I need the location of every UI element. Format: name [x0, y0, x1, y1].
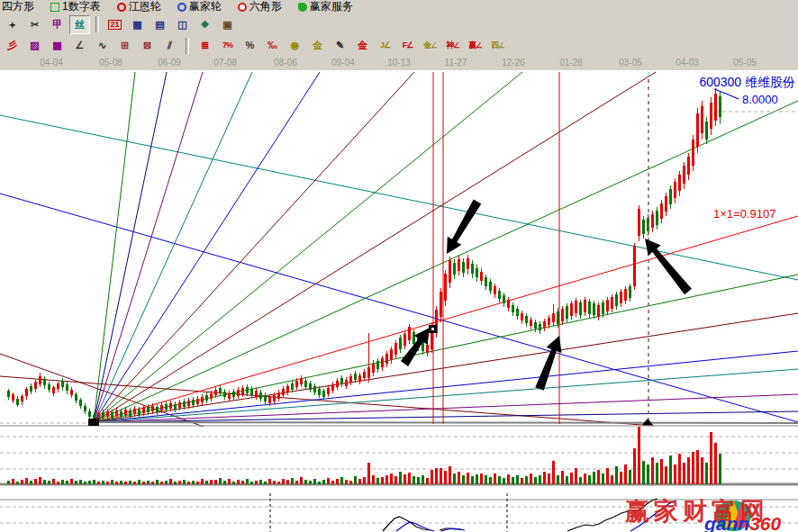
- brush-tool[interactable]: ✎: [330, 36, 350, 55]
- fan-origin-marker[interactable]: [88, 419, 99, 426]
- gann-fan-ray[interactable]: [94, 72, 320, 422]
- candle-body: [111, 412, 113, 418]
- crosshair-tool[interactable]: ＋: [2, 15, 23, 34]
- save-tool[interactable]: ◫: [172, 15, 193, 34]
- gann-fan-ray[interactable]: [94, 411, 798, 422]
- chart-canvas[interactable]: [0, 70, 798, 532]
- zigzag-tool[interactable]: ∿: [92, 36, 113, 55]
- candle-body: [340, 378, 343, 384]
- candle-body: [498, 291, 501, 299]
- gann-fan-tool[interactable]: 彡: [2, 36, 23, 55]
- candle-body: [246, 387, 249, 393]
- price-ladder-tool[interactable]: ≣: [195, 36, 215, 55]
- volume-bar: [174, 482, 177, 484]
- percent-tool[interactable]: %: [240, 36, 260, 55]
- menu-hexagon[interactable]: 六角形: [236, 0, 284, 14]
- gann-fan-ray[interactable]: [94, 313, 798, 422]
- gann-fan-ray[interactable]: [94, 72, 135, 422]
- snip-tool[interactable]: ✂: [24, 15, 45, 34]
- volume-bar: [525, 476, 528, 484]
- volume-bar: [458, 472, 460, 484]
- gann-fan-ray[interactable]: [94, 72, 414, 422]
- percent-strike-tool[interactable]: 7%: [217, 36, 238, 55]
- candle-body: [165, 404, 168, 410]
- four-angle-tool[interactable]: 四∠: [487, 36, 508, 55]
- candle-body: [489, 282, 492, 291]
- candle-body: [615, 294, 618, 306]
- candle-body: [507, 300, 510, 308]
- candle-body: [133, 409, 136, 414]
- grid-b-tool[interactable]: ⊠: [137, 36, 158, 55]
- descending-trend-line[interactable]: [0, 115, 798, 280]
- candle-body: [124, 410, 127, 415]
- candle-body: [390, 349, 393, 360]
- gann-fan-ray[interactable]: [94, 422, 798, 423]
- candle-body: [476, 268, 478, 277]
- candle-body: [624, 289, 627, 301]
- menu-winner-service[interactable]: 赢家服务: [296, 0, 355, 14]
- percent-lines-tool-icon: ‰: [268, 41, 277, 50]
- volume-bar: [633, 448, 636, 484]
- win-angle-tool-icon: 赢∠: [468, 41, 482, 50]
- candle-body: [471, 264, 474, 274]
- menu-digit-table[interactable]: 1数字表: [49, 0, 103, 14]
- win-angle-tool[interactable]: 赢∠: [465, 36, 485, 55]
- menu-winner-wheel[interactable]: 赢家轮: [176, 0, 223, 14]
- volume-bar: [246, 479, 249, 484]
- candle-body: [237, 390, 240, 396]
- volume-bar: [372, 475, 375, 484]
- candle-body: [147, 407, 150, 412]
- descending-trend-line[interactable]: [0, 194, 798, 422]
- grid-a-tool[interactable]: ⊞: [114, 36, 135, 55]
- volume-bar: [431, 470, 433, 484]
- calculator-tool[interactable]: ▦: [127, 15, 148, 34]
- menu-square-chart[interactable]: 四方形: [0, 0, 36, 14]
- gold-circle-tool[interactable]: ◉: [285, 36, 305, 55]
- volume-bar: [223, 481, 226, 484]
- candle-body: [575, 301, 577, 313]
- gann-box-tool[interactable]: ▨: [24, 36, 45, 55]
- menu-gann-wheel[interactable]: 江恩轮: [115, 0, 163, 14]
- computer-tool[interactable]: ▣: [217, 15, 238, 34]
- f-angle-tool[interactable]: F∠: [397, 36, 418, 55]
- candle-body: [201, 397, 204, 402]
- volume-bar: [115, 482, 118, 484]
- j-angle-tool[interactable]: J∠: [375, 36, 395, 55]
- gold-underline-tool[interactable]: 金: [352, 36, 373, 55]
- gann-fan-ray[interactable]: [94, 351, 798, 422]
- curve-tool[interactable]: 丝: [69, 15, 90, 34]
- volume-bar: [106, 482, 109, 484]
- gann-fan-ray[interactable]: [94, 369, 798, 422]
- volume-bar: [426, 478, 429, 484]
- parallel-lines-tool[interactable]: ⫽: [159, 36, 180, 55]
- candle-body: [61, 381, 64, 387]
- candle-body: [413, 332, 415, 344]
- candle-body: [322, 391, 325, 397]
- volume-bar: [66, 481, 68, 484]
- drawing-toolbar: 彡▨▩∠∿⊞⊠⫽≣7%%‰◉金✎金J∠F∠金∠神∠赢∠四∠: [0, 35, 798, 57]
- chart-area[interactable]: 600300 维维股份 8.0000 1×1=0.9107 赢家财富网 gann…: [0, 70, 798, 532]
- gann-grid-tool[interactable]: ▩: [47, 36, 68, 55]
- notepad-tool[interactable]: ▤: [150, 15, 170, 34]
- gold-lines-tool[interactable]: 金: [307, 36, 328, 55]
- angle-lines-tool[interactable]: ∠: [69, 36, 90, 55]
- percent-lines-tool[interactable]: ‰: [262, 36, 283, 55]
- gann-fan-ray[interactable]: [94, 72, 167, 422]
- gann-fan-ray[interactable]: [94, 72, 252, 422]
- volume-bar: [12, 479, 14, 484]
- calendar-tool[interactable]: 21: [104, 15, 125, 34]
- volume-bar: [214, 480, 217, 484]
- shen-angle-tool[interactable]: 神∠: [442, 36, 463, 55]
- network-tool[interactable]: ❖: [195, 15, 215, 34]
- gold-angle-tool[interactable]: 金∠: [420, 36, 440, 55]
- menu-gann-wheel-icon: [117, 3, 126, 12]
- shape-tool[interactable]: 甲: [47, 15, 68, 34]
- gann-fan-ray[interactable]: [94, 394, 798, 422]
- volume-bar: [476, 474, 478, 484]
- volume-bar: [597, 470, 600, 484]
- gann-fan-ray[interactable]: [94, 216, 798, 422]
- candle-body: [674, 182, 676, 198]
- candle-body: [214, 390, 217, 395]
- calendar-tool-icon: 21: [108, 20, 121, 30]
- gann-fan-ray[interactable]: [94, 72, 522, 422]
